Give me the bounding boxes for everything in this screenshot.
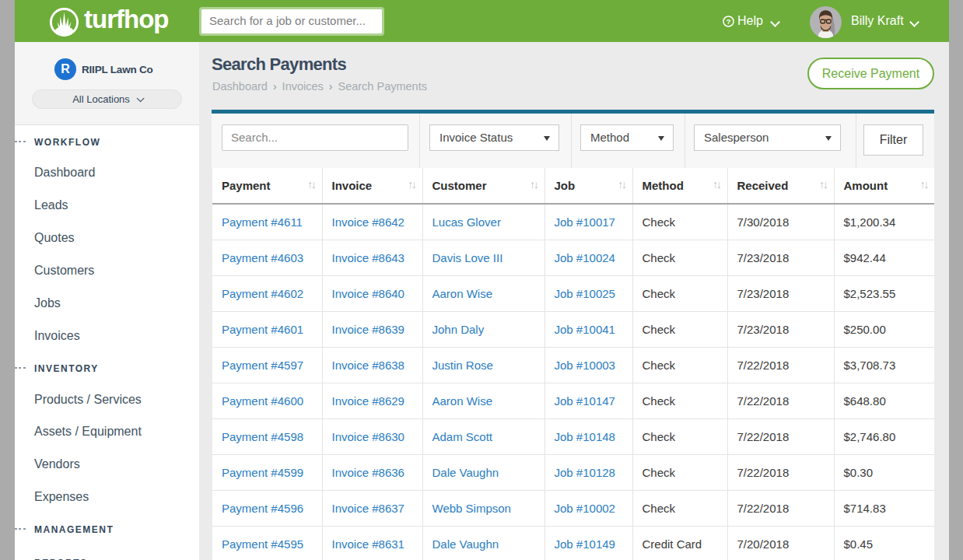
- svg-text:?: ?: [727, 18, 731, 26]
